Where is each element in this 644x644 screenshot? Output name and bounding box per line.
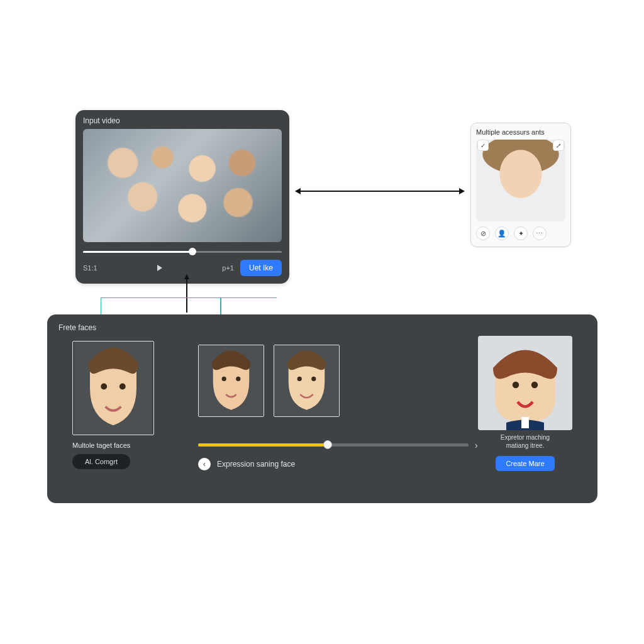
input-video-title: Input video bbox=[83, 116, 282, 125]
svg-point-11 bbox=[531, 382, 538, 389]
target-face-1[interactable] bbox=[72, 341, 154, 435]
flow-arrow bbox=[296, 191, 464, 192]
expand-icon[interactable]: ⤢ bbox=[553, 140, 564, 151]
link-icon[interactable]: ⊘ bbox=[476, 226, 490, 240]
accessor-card: Multiple acessurs ants ✓ ⤢ ⊘ 👤 ✦ ⋯ bbox=[470, 123, 571, 247]
svg-point-2 bbox=[119, 384, 126, 390]
accessor-face-preview[interactable] bbox=[476, 140, 565, 221]
expression-label: Expression saning face bbox=[217, 460, 295, 469]
face-icon bbox=[199, 345, 264, 416]
svg-point-7 bbox=[297, 377, 302, 381]
target-faces-label: Multole taget faces bbox=[72, 441, 130, 449]
connector-line bbox=[101, 297, 277, 314]
expression-row: ‹ Expression saning face bbox=[198, 458, 295, 470]
play-icon bbox=[157, 265, 162, 271]
video-duration-label: p+1 bbox=[222, 264, 234, 272]
sparkle-icon[interactable]: ✦ bbox=[514, 226, 528, 240]
slider-next-icon[interactable]: › bbox=[475, 440, 478, 450]
svg-point-1 bbox=[101, 384, 107, 390]
chevron-left-icon[interactable]: ‹ bbox=[198, 458, 211, 470]
check-icon[interactable]: ✓ bbox=[477, 140, 489, 151]
svg-point-8 bbox=[311, 377, 316, 381]
face-icon bbox=[73, 341, 153, 435]
svg-point-4 bbox=[222, 377, 226, 381]
target-face-2[interactable] bbox=[198, 345, 264, 417]
output-face[interactable] bbox=[478, 336, 572, 430]
output-caption: Expretor maching matiang itree. bbox=[478, 434, 572, 450]
expression-slider[interactable] bbox=[198, 440, 469, 449]
svg-rect-12 bbox=[521, 417, 529, 428]
accessor-title: Multiple acessurs ants bbox=[476, 128, 565, 136]
target-face-3[interactable] bbox=[274, 345, 340, 417]
input-video-card: Input video S1:1 p+1 Uet Ike bbox=[75, 110, 289, 284]
faces-panel-title: Frete faces bbox=[58, 323, 586, 332]
output-preview: Expretor maching matiang itree. Create M… bbox=[478, 336, 572, 471]
ai-convert-button[interactable]: Al. Comgrt bbox=[72, 454, 130, 469]
face-icon bbox=[478, 336, 572, 430]
video-cta-button[interactable]: Uet Ike bbox=[240, 260, 282, 276]
connector-line bbox=[220, 297, 221, 314]
video-controls: S1:1 p+1 Uet Ike bbox=[83, 260, 282, 276]
video-scrubber[interactable] bbox=[83, 248, 282, 255]
play-button[interactable] bbox=[155, 263, 165, 273]
person-icon[interactable]: 👤 bbox=[495, 226, 509, 240]
create-more-button[interactable]: Create Mare bbox=[496, 456, 554, 471]
input-video-frame[interactable] bbox=[83, 129, 282, 242]
faces-panel: Frete faces Multole taget faces Al. Co bbox=[47, 314, 597, 503]
more-icon[interactable]: ⋯ bbox=[533, 226, 547, 240]
video-time-label: S1:1 bbox=[83, 264, 97, 272]
face-icon bbox=[274, 345, 339, 416]
svg-point-10 bbox=[513, 382, 519, 389]
svg-point-5 bbox=[236, 377, 240, 381]
